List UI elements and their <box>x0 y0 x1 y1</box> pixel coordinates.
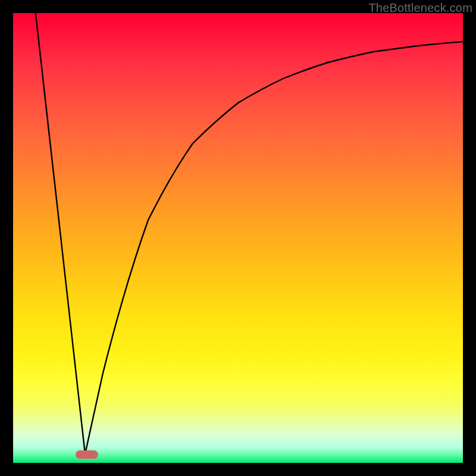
curve-overlay <box>13 13 463 463</box>
curve-right-segment <box>85 42 463 454</box>
plot-area <box>13 13 463 463</box>
chart-frame: TheBottleneck.com <box>0 0 476 476</box>
watermark-text: TheBottleneck.com <box>368 1 472 15</box>
vertex-marker <box>76 450 98 459</box>
curve-left-segment <box>36 13 85 454</box>
